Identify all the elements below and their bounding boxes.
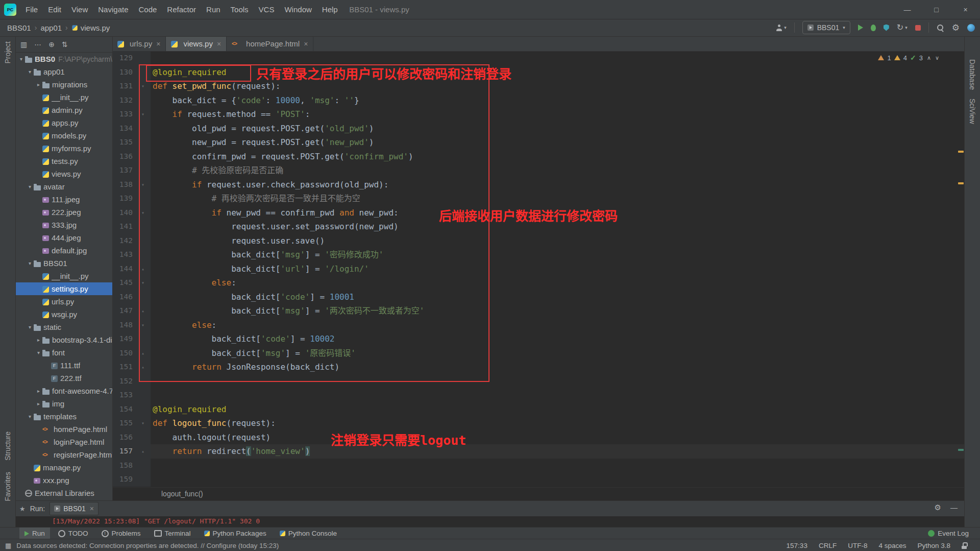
tree-item-models.py[interactable]: models.py — [15, 129, 112, 142]
menu-view[interactable]: View — [66, 0, 93, 19]
tree-item-manage.py[interactable]: manage.py — [15, 461, 112, 474]
expand-collapse-icon[interactable]: ⇅ — [62, 40, 68, 49]
code-line[interactable]: 159 — [112, 472, 965, 487]
fold-start-icon[interactable]: ▾ — [135, 416, 151, 430]
caret-position[interactable]: 157:33 — [787, 542, 807, 549]
tree-item-app01[interactable]: ▾app01 — [15, 65, 112, 78]
fold-end-icon[interactable]: ▴ — [135, 444, 151, 459]
menu-navigate[interactable]: Navigate — [93, 0, 133, 19]
code-line[interactable]: 150▴ back_dict['msg'] = '原密码错误' — [112, 346, 965, 361]
close-icon[interactable]: × — [156, 40, 160, 48]
menu-refactor[interactable]: Refactor — [162, 0, 201, 19]
code-text[interactable]: else: — [151, 276, 965, 290]
stripe-database-button[interactable]: Database — [968, 59, 976, 90]
menu-tools[interactable]: Tools — [226, 0, 254, 19]
code-text[interactable]: # 先校验原密码是否正确 — [151, 163, 965, 178]
coverage-button[interactable] — [884, 25, 889, 31]
code-line[interactable]: 145▾ else: — [112, 276, 965, 290]
close-icon[interactable]: × — [217, 40, 221, 48]
close-icon[interactable]: × — [90, 505, 94, 513]
fold-start-icon[interactable]: ▾ — [135, 318, 151, 332]
code-text[interactable]: if request.user.check_password(old_pwd): — [151, 178, 965, 192]
toolwindow-python-console[interactable]: Python Console — [275, 528, 342, 539]
toolwindow-run[interactable]: Run — [19, 528, 50, 539]
code-line[interactable]: 146 back_dict['code'] = 10001 — [112, 290, 965, 304]
run-config-tab[interactable]: BBS01 × — [50, 502, 99, 515]
next-problem-icon[interactable]: ∨ — [935, 55, 939, 61]
close-icon[interactable]: × — [304, 40, 308, 48]
toolwindow-todo[interactable]: TODO — [53, 528, 93, 539]
hide-panel-icon[interactable]: — — [950, 504, 958, 512]
status-message[interactable]: Data sources detected: Connection proper… — [16, 542, 279, 549]
toolwindow-terminal[interactable]: Terminal — [149, 528, 196, 539]
code-line[interactable]: 157▴ return redirect('home_view') — [112, 444, 965, 459]
editor-tab-views.py[interactable]: views.py× — [166, 36, 227, 51]
chevron-right-icon[interactable]: ▸ — [35, 337, 42, 343]
code-text[interactable] — [151, 374, 965, 389]
tree-item-homePage.html[interactable]: <>homePage.html — [15, 423, 112, 436]
tree-item-111.jpeg[interactable]: 111.jpeg — [15, 193, 112, 206]
tree-item-tests.py[interactable]: tests.py — [15, 155, 112, 167]
tree-item-333.jpg[interactable]: 333.jpg — [15, 219, 112, 231]
code-line[interactable]: 152 — [112, 374, 965, 389]
tree-item-222.ttf[interactable]: F222.ttf — [15, 372, 112, 385]
editor-tab-homePage.html[interactable]: <>homePage.html× — [227, 36, 313, 51]
code-line[interactable]: 132 back_dict = {'code': 10000, 'msg': '… — [112, 93, 965, 108]
code-line[interactable]: 129 — [112, 51, 965, 65]
editor-scrollbar[interactable] — [958, 51, 965, 488]
fold-start-icon[interactable]: ▾ — [135, 178, 151, 192]
run-configuration-select[interactable]: BBS01 ▾ — [802, 21, 850, 34]
code-text[interactable] — [151, 51, 965, 65]
code-line[interactable]: 144▴ back_dict['url'] = '/login/' — [112, 262, 965, 276]
tree-item-default.jpg[interactable]: default.jpg — [15, 244, 112, 257]
code-with-me-button[interactable] — [967, 24, 975, 32]
fold-start-icon[interactable]: ▾ — [135, 206, 151, 220]
code-line[interactable]: 142 request.user.save() — [112, 234, 965, 248]
code-text[interactable]: back_dict['msg'] = '密码修改成功' — [151, 248, 965, 262]
star-icon[interactable]: ★ — [19, 505, 26, 513]
code-line[interactable]: 135 new_pwd = request.POST.get('new_pwd'… — [112, 135, 965, 150]
editor-breadcrumb[interactable]: logout_func() — [112, 487, 965, 500]
code-line[interactable]: 139 # 再校验两次密码是否一致并且不能为空 — [112, 191, 965, 206]
run-button[interactable] — [858, 25, 863, 31]
indent-style[interactable]: 4 spaces — [878, 542, 906, 549]
code-text[interactable]: new_pwd = request.POST.get('new_pwd') — [151, 135, 965, 150]
menu-file[interactable]: File — [20, 0, 43, 19]
tree-item-xxx.png[interactable]: xxx.png — [15, 474, 112, 487]
stripe-project-button[interactable]: Project — [4, 41, 12, 64]
code-text[interactable]: confirm_pwd = request.POST.get('confirm_… — [151, 150, 965, 164]
file-encoding[interactable]: UTF-8 — [848, 542, 867, 549]
tree-item-myforms.py[interactable]: myforms.py — [15, 142, 112, 155]
menu-window[interactable]: Window — [279, 0, 316, 19]
tree-item-222.jpeg[interactable]: 222.jpeg — [15, 206, 112, 219]
tree-item-font[interactable]: ▾font — [15, 346, 112, 359]
settings-icon[interactable]: ⚙ — [935, 503, 941, 512]
tree-item-urls.py[interactable]: urls.py — [15, 295, 112, 308]
breadcrumb-item-BBS01[interactable]: BBS01 — [7, 23, 31, 32]
stop-button[interactable] — [915, 25, 921, 31]
tree-item-img[interactable]: ▸img — [15, 397, 112, 410]
code-text[interactable]: auth.logout(request) — [151, 430, 965, 445]
code-text[interactable]: back_dict['url'] = '/login/' — [151, 262, 965, 276]
inspections-widget[interactable]: 1 4 ✓ 3 ∧ ∨ — [878, 54, 939, 62]
fold-end-icon[interactable]: ▴ — [135, 262, 151, 276]
fold-start-icon[interactable]: ▾ — [135, 276, 151, 290]
code-text[interactable] — [151, 388, 965, 402]
user-account-button[interactable]: ▾ — [776, 25, 787, 31]
close-button[interactable]: × — [951, 0, 980, 19]
code-text[interactable]: if request.method == 'POST': — [151, 107, 965, 122]
chevron-right-icon[interactable]: ▸ — [35, 388, 42, 394]
stripe-sciview-button[interactable]: SciView — [968, 99, 976, 124]
code-text[interactable]: @login_required — [151, 402, 965, 417]
editor-tab-urls.py[interactable]: urls.py× — [112, 36, 166, 51]
tree-item-bootstrap-3.4.1-dist[interactable]: ▸bootstrap-3.4.1-dist — [15, 333, 112, 346]
tree-item-admin.py[interactable]: admin.py — [15, 104, 112, 116]
menu-edit[interactable]: Edit — [43, 0, 66, 19]
tree-item-font-awesome-4.7.0[interactable]: ▸font-awesome-4.7.0 — [15, 385, 112, 397]
chevron-down-icon[interactable]: ▾ — [26, 324, 34, 330]
code-line[interactable]: 158 — [112, 459, 965, 473]
chevron-down-icon[interactable]: ▾ — [26, 184, 34, 189]
code-line[interactable]: 148▾ else: — [112, 318, 965, 332]
event-log-button[interactable]: Event Log — [928, 530, 969, 537]
interpreter[interactable]: Python 3.8 — [917, 542, 950, 549]
